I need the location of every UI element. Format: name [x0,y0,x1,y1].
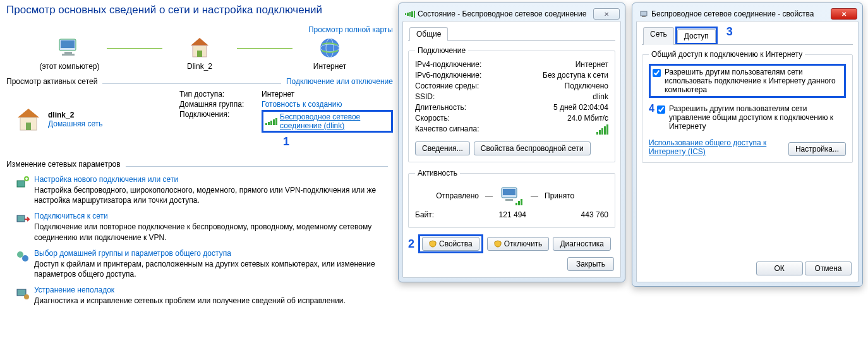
speed-label: Скорость: [415,114,520,123]
ok-button[interactable]: ОК [756,262,803,275]
ics-group: Общий доступ к подключению к Интернету Р… [642,50,853,163]
task-desc: Подключение или повторное подключение к … [34,222,393,242]
recv-label: Принято [545,191,601,200]
ssid-label: SSID: [415,92,520,101]
svg-rect-18 [17,289,26,296]
allow-ics-label: Разрешить другим пользователям сети испо… [665,68,842,94]
signal-bars-icon [265,118,277,125]
step-1-marker: 1 [283,135,289,148]
close-dialog-button[interactable]: Закрыть [567,257,614,271]
network-type-link[interactable]: Домашняя сеть [48,119,102,128]
shield-icon [494,240,502,248]
svg-point-17 [22,255,28,262]
svg-rect-23 [515,203,517,205]
internet-icon [295,35,365,61]
task-title[interactable]: Настройка нового подключения или сети [34,175,393,184]
router-label: Dlink_2 [165,62,234,71]
this-pc-icon [35,35,104,61]
svg-rect-2 [64,52,72,54]
svg-rect-3 [62,54,75,56]
svg-point-19 [24,294,29,299]
svg-marker-10 [18,109,39,117]
tab-general[interactable]: Общие [409,27,448,41]
internet-label: Интернет [295,62,365,71]
dialog-title: Состояние - Беспроводное сетевое соедине… [418,9,593,18]
properties-button[interactable]: Свойства [422,237,479,251]
wireless-status-dialog: Состояние - Беспроводное сетевое соедине… [398,3,625,282]
svg-rect-6 [197,51,202,57]
dialog-title: Беспроводное сетевое соединение - свойст… [651,9,831,18]
svg-rect-21 [503,189,515,195]
connections-label: Подключения: [179,110,262,133]
page-title: Просмотр основных сведений о сети и наст… [6,4,393,16]
ipv6-value: Без доступа к сети [520,71,608,80]
network-map: (этот компьютер) Dlink_2 Интернет [35,35,365,71]
allow-control-checkbox-row[interactable]: Разрешить другим пользователям сети упра… [657,104,846,131]
diagnose-button[interactable]: Диагностика [553,237,611,251]
bytes-label: Байт: [415,210,469,219]
task-title[interactable]: Выбор домашней группы и параметров общег… [34,249,393,258]
disable-button[interactable]: Отключить [487,237,550,251]
task-connect-network[interactable]: Подключиться к сети Подключение или повт… [15,212,393,242]
svg-rect-22 [505,199,513,201]
homegroup-icon [15,249,34,279]
adapter-icon [639,9,649,19]
task-desc: Доступ к файлам и принтерам, расположенн… [34,259,393,279]
svg-marker-4 [191,38,208,45]
signal-bars-icon [596,124,608,135]
allow-control-checkbox[interactable] [657,105,665,114]
tab-network[interactable]: Сеть [643,27,674,45]
wireless-properties-button[interactable]: Свойства беспроводной сети [474,141,591,155]
homegroup-link[interactable]: Готовность к созданию [262,100,393,109]
task-new-connection[interactable]: Настройка нового подключения или сети На… [15,175,393,205]
svg-rect-13 [17,181,25,187]
svg-rect-24 [518,201,520,205]
connect-disconnect-link[interactable]: Подключение или отключение [286,77,393,86]
bytes-recv-value: 443 760 [552,210,608,219]
network-name: dlink_2 [48,111,102,119]
step-2-marker: 2 [408,238,414,251]
step-3-marker: 3 [726,25,733,43]
task-title[interactable]: Подключиться к сети [34,212,393,220]
svg-point-7 [320,39,339,57]
close-button[interactable]: ✕ [831,8,857,20]
duration-value: 5 дней 02:04:04 [520,103,608,112]
bytes-sent-value: 121 494 [469,210,526,219]
svg-rect-12 [26,123,31,130]
allow-control-label: Разрешить другим пользователям сети упра… [669,104,846,131]
activity-group-label: Активность [415,169,460,178]
close-button[interactable]: ✕ [593,8,620,20]
activity-sep: — [531,191,538,200]
homegroup-label: Домашняя группа: [179,100,262,109]
view-full-map-link[interactable]: Просмотр полной карты [308,25,393,34]
speed-value: 24.0 Мбит/с [520,114,608,123]
cancel-button[interactable]: Отмена [805,262,852,275]
ssid-value: dlink [520,92,608,101]
network-sharing-center-panel: Просмотр основных сведений о сети и наст… [6,4,393,306]
settings-button[interactable]: Настройка... [788,142,846,156]
new-connection-icon [15,175,34,205]
active-network-block: dlink_2 Домашняя сеть Тип доступа: Интер… [6,90,393,148]
allow-ics-checkbox[interactable] [653,69,661,77]
wireless-properties-dialog: Беспроводное сетевое соединение - свойст… [632,3,863,287]
svg-point-16 [17,251,23,258]
connection-group-label: Подключение [415,46,468,55]
ipv4-value: Интернет [520,60,608,69]
task-desc: Диагностика и исправление сетевых пробле… [34,296,346,306]
task-title[interactable]: Устранение неполадок [34,286,346,294]
task-homegroup[interactable]: Выбор домашней группы и параметров общег… [15,249,393,279]
details-button[interactable]: Сведения... [415,141,470,155]
activity-group: Активность Отправлено — — Принято Байт: … [408,169,615,228]
ics-help-link[interactable]: Использование общего доступа к Интернету… [649,138,775,156]
allow-ics-checkbox-row[interactable]: Разрешить другим пользователям сети испо… [653,68,842,94]
duration-label: Длительность: [415,103,520,112]
router-icon [165,35,234,61]
activity-pc-icon [499,185,524,207]
step-4-marker: 4 [649,103,654,114]
svg-rect-27 [642,16,646,17]
task-troubleshoot[interactable]: Устранение неполадок Диагностика и испра… [15,286,393,306]
access-type-label: Тип доступа: [179,90,262,99]
wireless-connection-link[interactable]: Беспроводное сетевое соединение (dlink) [280,112,389,130]
tab-sharing[interactable]: Доступ [677,29,716,43]
troubleshoot-icon [15,286,34,306]
